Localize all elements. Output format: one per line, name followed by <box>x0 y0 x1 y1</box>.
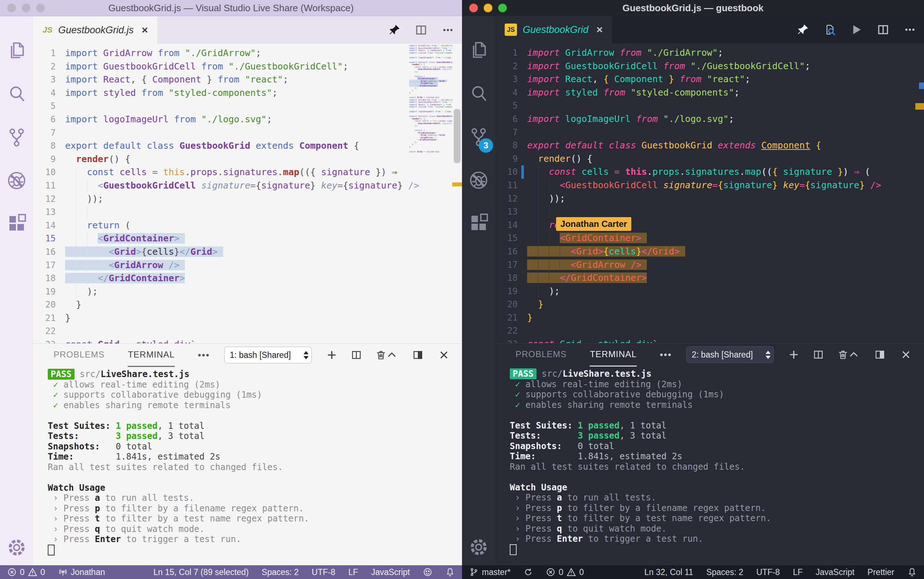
warnings-icon <box>566 568 576 577</box>
warnings-count: 0 <box>579 568 584 577</box>
more-actions-icon[interactable] <box>442 24 454 36</box>
settings-gear-icon[interactable] <box>469 537 489 557</box>
feedback-smiley-icon[interactable] <box>423 568 432 577</box>
tab-problems[interactable]: PROBLEMS <box>516 343 566 366</box>
close-panel-icon[interactable] <box>439 350 449 360</box>
notifications-bell-icon[interactable] <box>446 568 455 577</box>
vscode-window-host: GuestbookGrid.js — guestbook 3 <box>462 0 924 579</box>
split-terminal-icon[interactable] <box>813 349 824 360</box>
close-window-icon[interactable] <box>7 3 16 12</box>
tab-guestbookgrid[interactable]: JS GuestbookGrid × <box>495 16 612 43</box>
indentation[interactable]: Spaces: 2 <box>706 568 743 577</box>
extensions-icon[interactable] <box>7 214 27 234</box>
split-terminal-icon[interactable] <box>351 350 362 360</box>
split-editor-icon[interactable] <box>415 24 427 36</box>
git-branch-status[interactable]: master* <box>469 568 511 577</box>
traffic-lights[interactable] <box>7 3 45 12</box>
scrollbar-thumb[interactable] <box>454 109 460 163</box>
language-mode[interactable]: JavaScript <box>815 568 854 577</box>
cursor-position[interactable]: Ln 32, Col 11 <box>644 568 693 577</box>
panel-more-tabs-icon[interactable]: ••• <box>198 350 210 361</box>
more-actions-icon[interactable] <box>904 23 916 36</box>
git-branch-icon <box>469 568 478 577</box>
run-tests-icon[interactable] <box>850 23 862 36</box>
javascript-file-icon: JS <box>43 25 52 35</box>
pin-editor-icon[interactable] <box>797 23 809 36</box>
extensions-icon[interactable] <box>469 214 489 234</box>
close-window-icon[interactable] <box>469 3 478 12</box>
pin-editor-icon[interactable] <box>388 24 400 36</box>
tab-bar: JS GuestbookGrid × <box>495 16 924 43</box>
javascript-file-icon: JS <box>505 23 517 36</box>
tab-guestbookgrid[interactable]: JS GuestbookGrid.js × <box>33 16 158 44</box>
code-lines[interactable]: 1import GridArrow from "./GridArrow";2im… <box>33 47 462 343</box>
terminal-select[interactable]: 1: bash [Shared] <box>224 347 312 363</box>
liveshare-session-status[interactable]: Jonathan <box>58 568 105 577</box>
maximize-panel-icon[interactable] <box>386 350 397 360</box>
sync-changes[interactable] <box>524 568 533 577</box>
encoding[interactable]: UTF-8 <box>756 568 780 577</box>
maximize-panel-icon[interactable] <box>848 349 859 360</box>
titlebar[interactable]: GuestbookGrid.js — Visual Studio Live Sh… <box>0 0 462 16</box>
traffic-lights[interactable] <box>469 3 507 12</box>
search-in-file-icon[interactable] <box>823 23 836 36</box>
minimize-window-icon[interactable] <box>484 3 492 12</box>
code-editor[interactable]: 1import GridArrow from "./GridArrow";2im… <box>33 44 462 343</box>
tab-close-icon[interactable]: × <box>142 24 149 36</box>
debug-disabled-icon[interactable] <box>7 170 27 191</box>
new-terminal-icon[interactable] <box>327 350 337 360</box>
panel-header: PROBLEMS TERMINAL ••• 2: bash [Shared] <box>495 343 924 366</box>
terminal-output[interactable]: PASS src/LiveShare.test.js ✓ allows real… <box>33 366 462 566</box>
tab-close-icon[interactable]: × <box>597 23 603 36</box>
titlebar[interactable]: GuestbookGrid.js — guestbook <box>462 0 924 16</box>
zoom-window-icon[interactable] <box>498 3 507 12</box>
select-arrows-icon <box>304 351 309 359</box>
source-control-icon[interactable] <box>7 127 27 147</box>
settings-gear-icon[interactable] <box>7 537 27 558</box>
tab-bar: JS GuestbookGrid.js × <box>33 16 462 44</box>
eol[interactable]: LF <box>348 568 358 577</box>
problems-status[interactable]: 0 0 <box>7 568 45 577</box>
notifications-bell-icon[interactable] <box>908 568 917 577</box>
new-terminal-icon[interactable] <box>789 349 799 360</box>
terminal-output[interactable]: PASS src/LiveShare.test.js ✓ allows real… <box>495 366 924 565</box>
search-icon[interactable] <box>7 83 27 104</box>
editor-scrollbar[interactable] <box>452 44 462 343</box>
tab-terminal[interactable]: TERMINAL <box>590 343 637 366</box>
activity-bar <box>0 16 33 566</box>
indentation[interactable]: Spaces: 2 <box>261 568 299 577</box>
zoom-window-icon[interactable] <box>36 3 45 12</box>
toggle-panel-icon[interactable] <box>875 349 885 360</box>
panel-more-tabs-icon[interactable]: ••• <box>660 349 672 360</box>
explorer-icon[interactable] <box>469 40 489 60</box>
toggle-panel-icon[interactable] <box>413 350 423 360</box>
status-bar: 0 0 Jonathan Ln 15, Col 7 (89 selected) … <box>0 565 462 579</box>
language-mode[interactable]: JavaScript <box>371 568 410 577</box>
cursor-position[interactable]: Ln 15, Col 7 (89 selected) <box>153 568 248 577</box>
tab-terminal[interactable]: TERMINAL <box>128 343 175 367</box>
select-arrows-icon <box>766 351 771 359</box>
overview-ruler-modified-mark <box>452 182 462 186</box>
errors-count: 0 <box>20 568 24 577</box>
warnings-icon <box>28 568 37 577</box>
errors-icon <box>7 568 16 577</box>
formatter-status[interactable]: Prettier <box>868 568 894 577</box>
tab-label: GuestbookGrid.js <box>58 25 134 36</box>
search-icon[interactable] <box>469 83 489 103</box>
code-lines[interactable]: 1import GridArrow from "./GridArrow";2im… <box>495 46 924 343</box>
minimize-window-icon[interactable] <box>22 3 30 12</box>
close-panel-icon[interactable] <box>901 349 911 360</box>
problems-status[interactable]: 0 0 <box>546 568 584 577</box>
code-editor[interactable]: 1import GridArrow from "./GridArrow";2im… <box>495 43 924 343</box>
kill-terminal-icon[interactable] <box>837 349 848 360</box>
explorer-icon[interactable] <box>7 40 27 61</box>
debug-disabled-icon[interactable] <box>469 170 489 190</box>
minimap[interactable]: import GridArrow from "./GridArrow";impo… <box>408 44 452 157</box>
terminal-select-value: 2: bash [Shared] <box>692 350 753 360</box>
eol[interactable]: LF <box>793 568 803 577</box>
encoding[interactable]: UTF-8 <box>312 568 335 577</box>
kill-terminal-icon[interactable] <box>375 350 386 360</box>
split-editor-icon[interactable] <box>877 23 889 36</box>
tab-problems[interactable]: PROBLEMS <box>54 343 104 367</box>
terminal-select[interactable]: 2: bash [Shared] <box>686 346 774 363</box>
